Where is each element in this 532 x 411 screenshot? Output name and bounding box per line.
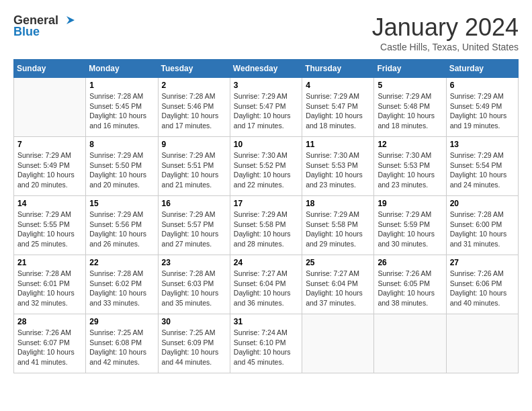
logo-blue: Blue bbox=[13, 25, 40, 39]
day-info: Sunrise: 7:28 AM Sunset: 6:03 PM Dayligh… bbox=[162, 269, 226, 308]
week-row-4: 21Sunrise: 7:28 AM Sunset: 6:01 PM Dayli… bbox=[14, 255, 519, 314]
calendar-cell: 12Sunrise: 7:30 AM Sunset: 5:53 PM Dayli… bbox=[374, 137, 446, 196]
day-info: Sunrise: 7:24 AM Sunset: 6:10 PM Dayligh… bbox=[234, 328, 298, 367]
calendar-cell: 9Sunrise: 7:29 AM Sunset: 5:51 PM Daylig… bbox=[158, 137, 230, 196]
day-number: 21 bbox=[17, 258, 82, 267]
day-number: 27 bbox=[450, 258, 515, 267]
day-number: 10 bbox=[234, 140, 298, 149]
day-info: Sunrise: 7:26 AM Sunset: 6:06 PM Dayligh… bbox=[450, 269, 515, 308]
month-title: January 2024 bbox=[372, 13, 519, 42]
day-info: Sunrise: 7:27 AM Sunset: 6:04 PM Dayligh… bbox=[234, 269, 298, 308]
calendar-cell: 30Sunrise: 7:25 AM Sunset: 6:09 PM Dayli… bbox=[158, 314, 230, 373]
day-info: Sunrise: 7:29 AM Sunset: 5:55 PM Dayligh… bbox=[17, 210, 82, 249]
svg-marker-0 bbox=[66, 16, 75, 24]
day-number: 23 bbox=[162, 258, 226, 267]
weekday-header-tuesday: Tuesday bbox=[158, 60, 230, 78]
calendar-cell: 26Sunrise: 7:26 AM Sunset: 6:05 PM Dayli… bbox=[374, 255, 446, 314]
calendar-cell: 15Sunrise: 7:29 AM Sunset: 5:56 PM Dayli… bbox=[86, 196, 158, 255]
day-info: Sunrise: 7:29 AM Sunset: 5:49 PM Dayligh… bbox=[450, 91, 515, 131]
day-number: 29 bbox=[89, 317, 154, 326]
day-info: Sunrise: 7:27 AM Sunset: 6:04 PM Dayligh… bbox=[306, 269, 370, 308]
weekday-header-sunday: Sunday bbox=[14, 60, 86, 78]
day-info: Sunrise: 7:26 AM Sunset: 6:05 PM Dayligh… bbox=[378, 269, 442, 308]
week-row-2: 7Sunrise: 7:29 AM Sunset: 5:49 PM Daylig… bbox=[14, 137, 519, 196]
calendar-cell: 14Sunrise: 7:29 AM Sunset: 5:55 PM Dayli… bbox=[14, 196, 86, 255]
day-info: Sunrise: 7:29 AM Sunset: 5:51 PM Dayligh… bbox=[162, 150, 226, 190]
title-area: January 2024 Castle Hills, Texas, United… bbox=[372, 13, 519, 52]
day-info: Sunrise: 7:29 AM Sunset: 5:50 PM Dayligh… bbox=[89, 150, 154, 190]
day-info: Sunrise: 7:29 AM Sunset: 5:54 PM Dayligh… bbox=[450, 150, 515, 190]
header-row: SundayMondayTuesdayWednesdayThursdayFrid… bbox=[14, 60, 519, 78]
day-info: Sunrise: 7:25 AM Sunset: 6:08 PM Dayligh… bbox=[89, 328, 154, 367]
calendar-cell: 8Sunrise: 7:29 AM Sunset: 5:50 PM Daylig… bbox=[86, 137, 158, 196]
day-number: 6 bbox=[450, 81, 515, 90]
day-info: Sunrise: 7:30 AM Sunset: 5:53 PM Dayligh… bbox=[378, 150, 442, 190]
calendar-cell: 2Sunrise: 7:28 AM Sunset: 5:46 PM Daylig… bbox=[158, 78, 230, 137]
day-info: Sunrise: 7:29 AM Sunset: 5:57 PM Dayligh… bbox=[162, 210, 226, 249]
day-info: Sunrise: 7:28 AM Sunset: 6:01 PM Dayligh… bbox=[17, 269, 82, 308]
week-row-5: 28Sunrise: 7:26 AM Sunset: 6:07 PM Dayli… bbox=[14, 314, 519, 373]
calendar-cell: 17Sunrise: 7:29 AM Sunset: 5:58 PM Dayli… bbox=[230, 196, 302, 255]
day-number: 12 bbox=[378, 140, 442, 149]
calendar-cell bbox=[374, 314, 446, 373]
calendar-cell: 6Sunrise: 7:29 AM Sunset: 5:49 PM Daylig… bbox=[446, 78, 518, 137]
calendar-cell: 18Sunrise: 7:29 AM Sunset: 5:58 PM Dayli… bbox=[302, 196, 374, 255]
day-number: 8 bbox=[89, 140, 154, 149]
day-number: 4 bbox=[306, 81, 370, 90]
day-number: 26 bbox=[378, 258, 442, 267]
day-info: Sunrise: 7:28 AM Sunset: 5:46 PM Dayligh… bbox=[162, 91, 226, 131]
day-number: 3 bbox=[234, 81, 298, 90]
day-number: 7 bbox=[17, 140, 82, 149]
calendar-cell: 3Sunrise: 7:29 AM Sunset: 5:47 PM Daylig… bbox=[230, 78, 302, 137]
day-number: 30 bbox=[162, 317, 226, 326]
day-number: 16 bbox=[162, 199, 226, 208]
day-info: Sunrise: 7:29 AM Sunset: 5:59 PM Dayligh… bbox=[378, 210, 442, 249]
calendar-cell: 19Sunrise: 7:29 AM Sunset: 5:59 PM Dayli… bbox=[374, 196, 446, 255]
calendar-cell: 4Sunrise: 7:29 AM Sunset: 5:47 PM Daylig… bbox=[302, 78, 374, 137]
calendar-cell: 23Sunrise: 7:28 AM Sunset: 6:03 PM Dayli… bbox=[158, 255, 230, 314]
day-info: Sunrise: 7:28 AM Sunset: 6:02 PM Dayligh… bbox=[89, 269, 154, 308]
weekday-header-monday: Monday bbox=[86, 60, 158, 78]
weekday-header-saturday: Saturday bbox=[446, 60, 518, 78]
location: Castle Hills, Texas, United States bbox=[372, 42, 519, 52]
day-number: 28 bbox=[17, 317, 82, 326]
day-info: Sunrise: 7:29 AM Sunset: 5:47 PM Dayligh… bbox=[306, 91, 370, 131]
day-number: 9 bbox=[162, 140, 226, 149]
calendar-table: SundayMondayTuesdayWednesdayThursdayFrid… bbox=[13, 59, 519, 373]
day-number: 13 bbox=[450, 140, 515, 149]
day-info: Sunrise: 7:30 AM Sunset: 5:53 PM Dayligh… bbox=[306, 150, 370, 190]
calendar-cell: 27Sunrise: 7:26 AM Sunset: 6:06 PM Dayli… bbox=[446, 255, 518, 314]
day-info: Sunrise: 7:29 AM Sunset: 5:48 PM Dayligh… bbox=[378, 91, 442, 131]
day-number: 31 bbox=[234, 317, 298, 326]
calendar-cell: 7Sunrise: 7:29 AM Sunset: 5:49 PM Daylig… bbox=[14, 137, 86, 196]
day-number: 18 bbox=[306, 199, 370, 208]
calendar-cell: 21Sunrise: 7:28 AM Sunset: 6:01 PM Dayli… bbox=[14, 255, 86, 314]
page-header: General Blue January 2024 Castle Hills, … bbox=[13, 13, 519, 52]
day-info: Sunrise: 7:25 AM Sunset: 6:09 PM Dayligh… bbox=[162, 328, 226, 367]
day-info: Sunrise: 7:26 AM Sunset: 6:07 PM Dayligh… bbox=[17, 328, 82, 367]
week-row-1: 1Sunrise: 7:28 AM Sunset: 5:45 PM Daylig… bbox=[14, 78, 519, 137]
day-number: 5 bbox=[378, 81, 442, 90]
calendar-cell: 13Sunrise: 7:29 AM Sunset: 5:54 PM Dayli… bbox=[446, 137, 518, 196]
day-info: Sunrise: 7:29 AM Sunset: 5:49 PM Dayligh… bbox=[17, 150, 82, 190]
logo: General Blue bbox=[13, 13, 75, 39]
calendar-cell bbox=[446, 314, 518, 373]
calendar-cell: 31Sunrise: 7:24 AM Sunset: 6:10 PM Dayli… bbox=[230, 314, 302, 373]
day-number: 24 bbox=[234, 258, 298, 267]
day-info: Sunrise: 7:28 AM Sunset: 6:00 PM Dayligh… bbox=[450, 210, 515, 249]
day-number: 20 bbox=[450, 199, 515, 208]
day-number: 17 bbox=[234, 199, 298, 208]
calendar-cell: 24Sunrise: 7:27 AM Sunset: 6:04 PM Dayli… bbox=[230, 255, 302, 314]
calendar-cell: 1Sunrise: 7:28 AM Sunset: 5:45 PM Daylig… bbox=[86, 78, 158, 137]
weekday-header-friday: Friday bbox=[374, 60, 446, 78]
calendar-cell: 22Sunrise: 7:28 AM Sunset: 6:02 PM Dayli… bbox=[86, 255, 158, 314]
day-number: 25 bbox=[306, 258, 370, 267]
calendar-cell: 16Sunrise: 7:29 AM Sunset: 5:57 PM Dayli… bbox=[158, 196, 230, 255]
weekday-header-wednesday: Wednesday bbox=[230, 60, 302, 78]
calendar-cell: 29Sunrise: 7:25 AM Sunset: 6:08 PM Dayli… bbox=[86, 314, 158, 373]
day-info: Sunrise: 7:29 AM Sunset: 5:58 PM Dayligh… bbox=[306, 210, 370, 249]
day-number: 14 bbox=[17, 199, 82, 208]
calendar-cell: 11Sunrise: 7:30 AM Sunset: 5:53 PM Dayli… bbox=[302, 137, 374, 196]
calendar-cell: 25Sunrise: 7:27 AM Sunset: 6:04 PM Dayli… bbox=[302, 255, 374, 314]
day-info: Sunrise: 7:29 AM Sunset: 5:47 PM Dayligh… bbox=[234, 91, 298, 131]
